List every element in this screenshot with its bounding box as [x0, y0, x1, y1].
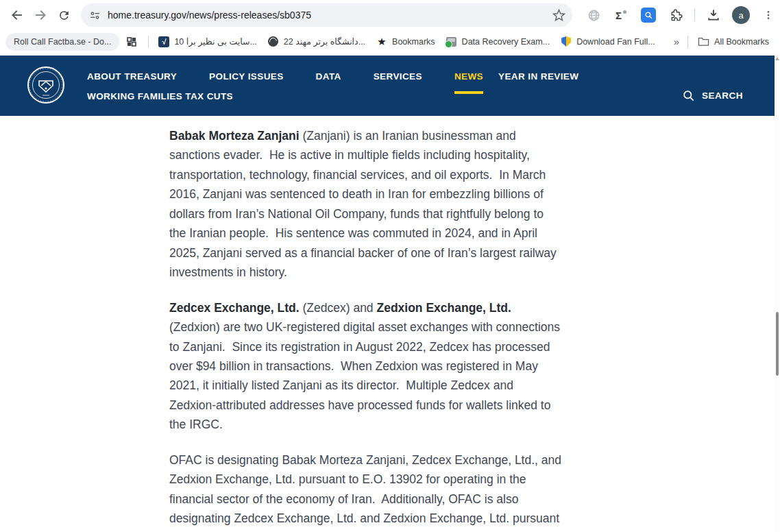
shield-favicon — [561, 36, 571, 47]
v-logo-favicon: √ — [158, 36, 169, 47]
browser-toolbar: home.treasury.gov/news/press-releases/sb… — [0, 0, 780, 30]
bookmark-label: 22 دانشگاه برتر مهند... — [284, 36, 365, 47]
globe-extension-button[interactable] — [582, 3, 605, 27]
nav-news-active[interactable]: NEWS — [454, 71, 483, 82]
bookmarks-separator — [687, 36, 688, 48]
browser-window: home.treasury.gov/news/press-releases/sb… — [0, 0, 780, 532]
all-bookmarks-button[interactable]: All Bookmarks — [692, 36, 775, 47]
nav-working-families-tax-cuts[interactable]: WORKING FAMILIES TAX CUTS — [87, 91, 233, 101]
blue-magnifier-icon — [641, 8, 656, 23]
profile-button[interactable]: a — [729, 3, 753, 27]
paragraph: Babak Morteza Zanjani (Zanjani) is an Ir… — [169, 126, 561, 282]
avatar: a — [732, 6, 750, 24]
forward-icon — [34, 8, 47, 22]
puzzle-icon — [670, 9, 683, 22]
bookmark-item[interactable]: Data Recovery Exam... — [441, 36, 556, 47]
site-settings-icon — [89, 10, 101, 21]
reload-icon — [58, 9, 71, 22]
paragraph: OFAC is designating Babak Morteza Zanjan… — [169, 450, 561, 532]
treasury-seal-logo[interactable] — [27, 66, 65, 104]
apps-grid-icon — [126, 36, 137, 47]
paragraph: Zedcex Exchange, Ltd. (Zedcex) and Zedxi… — [169, 298, 561, 435]
three-dot-menu-icon — [763, 10, 774, 21]
bookmark-star-icon[interactable] — [552, 9, 565, 22]
sigma-extension-button[interactable]: Σ — [609, 3, 633, 27]
extensions-button[interactable] — [664, 3, 687, 27]
folder-icon — [698, 36, 709, 47]
back-button[interactable] — [5, 3, 29, 27]
download-icon — [707, 8, 720, 22]
nav-about-treasury[interactable]: ABOUT TREASURY — [87, 71, 177, 82]
search-label: SEARCH — [702, 90, 743, 101]
bookmark-label: 10 سایت بی نظیر برا... — [174, 36, 256, 47]
browser-menu-button[interactable] — [757, 3, 780, 27]
all-bookmarks-label: All Bookmarks — [714, 37, 769, 47]
scrollbar-up-arrow[interactable] — [775, 57, 779, 60]
search-icon — [682, 89, 695, 102]
bookmark-item[interactable]: 22 دانشگاه برتر مهند... — [263, 36, 371, 47]
nav-services[interactable]: SERVICES — [374, 71, 422, 82]
extensions-area: Σ a — [582, 3, 780, 27]
article: Babak Morteza Zanjani (Zanjani) is an Ir… — [169, 126, 561, 532]
search-extension-button[interactable] — [637, 3, 660, 27]
globe-icon — [587, 9, 600, 22]
bookmarks-bar: Roll Call Factba.se - Do... √ 10 سایت بی… — [0, 30, 780, 53]
site-search-button[interactable]: SEARCH — [682, 89, 743, 102]
apps-grid-button[interactable] — [119, 36, 144, 47]
toolbar-separator — [694, 9, 695, 21]
bookmark-item[interactable]: √ 10 سایت بی نظیر برا... — [153, 36, 262, 47]
url-bar[interactable]: home.treasury.gov/news/press-releases/sb… — [81, 3, 572, 27]
page-scrollbar[interactable] — [775, 53, 780, 532]
scrollbar-thumb[interactable] — [776, 312, 779, 376]
bookmark-item[interactable]: ★ Bookmarks — [371, 36, 441, 47]
star-favicon: ★ — [377, 36, 386, 47]
globe-favicon — [268, 36, 278, 47]
page-viewport: ABOUT TREASURY POLICY ISSUES DATA SERVIC… — [0, 53, 775, 532]
primary-nav: ABOUT TREASURY POLICY ISSUES DATA SERVIC… — [87, 71, 578, 82]
bookmark-label: Download Fan Full... — [576, 37, 655, 47]
bookmarks-overflow-button[interactable]: » — [670, 36, 683, 47]
nav-year-in-review[interactable]: YEAR IN REVIEW — [498, 71, 578, 82]
bookmark-label: Data Recovery Exam... — [462, 37, 550, 47]
sigma-icon: Σ — [616, 10, 626, 21]
bookmark-item[interactable]: Download Fan Full... — [555, 36, 661, 47]
nav-data[interactable]: DATA — [316, 71, 341, 82]
drive-favicon — [446, 37, 456, 47]
tab-group-chip[interactable]: Roll Call Factba.se - Do... — [5, 33, 119, 51]
back-icon — [10, 8, 24, 22]
forward-button[interactable] — [29, 3, 52, 27]
treasury-header: ABOUT TREASURY POLICY ISSUES DATA SERVIC… — [0, 56, 775, 116]
bookmarks-separator — [148, 36, 149, 48]
url-text[interactable]: home.treasury.gov/news/press-releases/sb… — [108, 10, 552, 21]
nav-policy-issues[interactable]: POLICY ISSUES — [209, 71, 283, 82]
bookmark-label: Bookmarks — [392, 37, 435, 47]
reload-button[interactable] — [52, 3, 75, 27]
downloads-button[interactable] — [702, 3, 725, 27]
